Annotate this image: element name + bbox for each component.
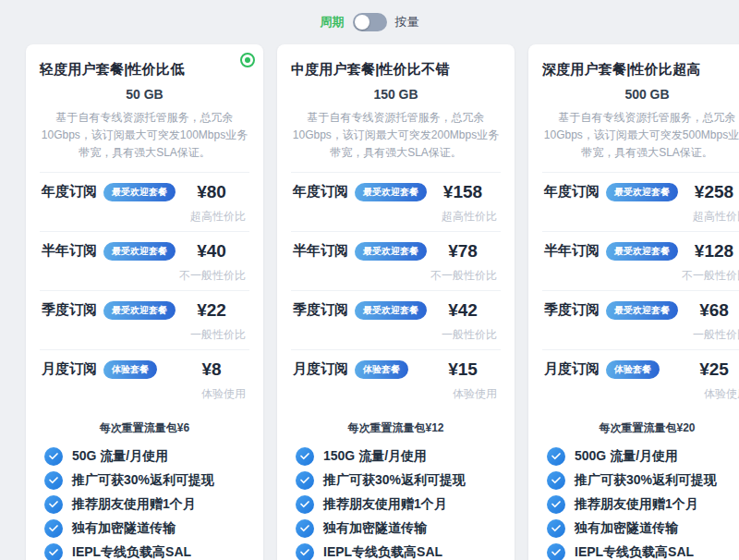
subscription-row[interactable]: 年度订阅最受欢迎套餐¥80超高性价比 [40, 172, 249, 231]
check-icon [296, 447, 314, 466]
subscription-row[interactable]: 年度订阅最受欢迎套餐¥158超高性价比 [291, 172, 501, 231]
card-title: 深度用户套餐|性价比超高 [542, 61, 739, 79]
subscription-label: 年度订阅 [293, 183, 348, 201]
check-icon [296, 543, 314, 560]
billing-mode-toggle-bar: 周期 按量 [0, 0, 739, 33]
check-icon [547, 447, 565, 466]
check-icon [44, 543, 63, 560]
subscription-label: 月度订阅 [544, 360, 600, 378]
popular-badge: 最受欢迎套餐 [605, 183, 678, 201]
check-icon [296, 495, 314, 514]
subscription-label: 月度订阅 [293, 360, 348, 378]
subscription-row[interactable]: 半年订阅最受欢迎套餐¥40不一般性价比 [40, 231, 249, 290]
billing-mode-switch[interactable] [353, 13, 387, 31]
check-icon [547, 543, 565, 560]
popular-badge: 最受欢迎套餐 [605, 301, 678, 320]
subscription-price: ¥15 [427, 359, 499, 380]
feature-text: 独有加密隧道传输 [575, 520, 678, 537]
value-note: 超高性价比 [544, 209, 739, 225]
feature-text: 推荐朋友使用赠1个月 [72, 496, 196, 513]
subscription-row[interactable]: 季度订阅最受欢迎套餐¥22一般性价比 [40, 290, 249, 349]
card-quota: 500 GB [542, 87, 739, 102]
value-note: 不一般性价比 [544, 268, 739, 284]
feature-item: 独有加密隧道传输 [547, 517, 739, 541]
subscription-row[interactable]: 年度订阅最受欢迎套餐¥258超高性价比 [542, 172, 739, 231]
value-note: 不一般性价比 [42, 268, 248, 284]
subscription-price: ¥8 [176, 359, 248, 380]
subscription-row[interactable]: 季度订阅最受欢迎套餐¥42一般性价比 [291, 290, 501, 349]
trial-badge: 体验套餐 [354, 360, 408, 379]
feature-list: 50G 流量/月使用推广可获30%返利可提现推荐朋友使用赠1个月独有加密隧道传输… [40, 444, 249, 560]
feature-item: IEPL专线负载高SAL [547, 541, 739, 560]
value-note: 不一般性价比 [293, 268, 499, 284]
subscription-row[interactable]: 月度订阅体验套餐¥8体验使用 [40, 349, 249, 408]
pricing-card: 中度用户套餐|性价比不错 150 GB 基于自有专线资源托管服务，总冗余 10G… [277, 44, 515, 560]
feature-text: 50G 流量/月使用 [72, 448, 168, 465]
toggle-label-metered[interactable]: 按量 [395, 14, 419, 30]
subscription-price: ¥25 [678, 359, 739, 380]
popular-badge: 最受欢迎套餐 [103, 242, 176, 261]
feature-list: 150G 流量/月使用推广可获30%返利可提现推荐朋友使用赠1个月独有加密隧道传… [291, 444, 501, 560]
pricing-card: 轻度用户套餐|性价比低 50 GB 基于自有专线资源托管服务，总冗余 10Gbp… [26, 44, 263, 560]
card-title: 中度用户套餐|性价比不错 [291, 61, 501, 79]
toggle-label-cycle[interactable]: 周期 [321, 14, 345, 30]
value-note: 一般性价比 [544, 327, 739, 343]
card-description: 基于自有专线资源托管服务，总冗余 10Gbps，该订阅最大可突发100Mbps业… [41, 109, 248, 163]
feature-text: 500G 流量/月使用 [575, 448, 678, 465]
feature-text: 推广可获30%返利可提现 [575, 472, 717, 489]
subscription-label: 年度订阅 [544, 183, 600, 201]
subscription-label: 月度订阅 [42, 360, 97, 378]
value-note: 体验使用 [293, 386, 499, 402]
trial-badge: 体验套餐 [103, 360, 157, 379]
feature-text: 推荐朋友使用赠1个月 [323, 496, 447, 513]
check-icon [296, 519, 314, 538]
feature-list: 500G 流量/月使用推广可获30%返利可提现推荐朋友使用赠1个月独有加密隧道传… [542, 444, 739, 560]
feature-item: 独有加密隧道传输 [44, 517, 249, 541]
subscription-price: ¥22 [176, 300, 248, 321]
subscription-label: 季度订阅 [293, 301, 348, 319]
switch-knob [355, 15, 370, 30]
pricing-card: 深度用户套餐|性价比超高 500 GB 基于自有专线资源托管服务，总冗余 10G… [528, 44, 739, 560]
subscription-row[interactable]: 半年订阅最受欢迎套餐¥128不一般性价比 [542, 231, 739, 290]
subscription-price: ¥80 [176, 182, 248, 202]
trial-badge: 体验套餐 [605, 360, 660, 379]
check-icon [44, 471, 63, 490]
subscription-label: 半年订阅 [293, 242, 348, 260]
subscription-row[interactable]: 月度订阅体验套餐¥25体验使用 [542, 349, 739, 408]
value-note: 体验使用 [544, 386, 739, 402]
check-icon [44, 447, 63, 466]
subscription-label: 年度订阅 [42, 183, 97, 201]
value-note: 超高性价比 [42, 209, 248, 225]
value-note: 体验使用 [42, 386, 248, 402]
feature-item: 50G 流量/月使用 [44, 444, 249, 469]
feature-text: 独有加密隧道传输 [323, 520, 427, 537]
feature-item: 推广可获30%返利可提现 [296, 469, 501, 493]
selected-plan-icon [240, 53, 255, 67]
check-icon [44, 495, 63, 514]
subscription-row[interactable]: 半年订阅最受欢迎套餐¥78不一般性价比 [291, 231, 501, 290]
card-quota: 150 GB [291, 87, 501, 102]
feature-text: 150G 流量/月使用 [323, 448, 427, 465]
subscription-label: 季度订阅 [544, 301, 600, 319]
reset-pack-price: 每次重置流量包¥6 [40, 420, 249, 436]
feature-text: IEPL专线负载高SAL [575, 544, 694, 560]
feature-item: IEPL专线负载高SAL [44, 541, 249, 560]
subscription-price: ¥68 [678, 300, 739, 321]
check-icon [547, 519, 565, 538]
feature-text: 推广可获30%返利可提现 [323, 472, 466, 489]
reset-pack-price: 每次重置流量包¥20 [542, 420, 739, 436]
card-description: 基于自有专线资源托管服务，总冗余 10Gbps，该订阅最大可突发500Mbps业… [543, 109, 739, 163]
subscription-label: 半年订阅 [42, 242, 97, 260]
feature-text: 推广可获30%返利可提现 [72, 472, 214, 489]
subscription-row[interactable]: 季度订阅最受欢迎套餐¥68一般性价比 [542, 290, 739, 349]
subscription-price: ¥42 [427, 300, 499, 321]
feature-item: 推荐朋友使用赠1个月 [44, 493, 249, 517]
feature-text: 推荐朋友使用赠1个月 [575, 496, 698, 513]
subscription-row[interactable]: 月度订阅体验套餐¥15体验使用 [291, 349, 501, 408]
check-icon [547, 471, 565, 490]
pricing-rows: 年度订阅最受欢迎套餐¥258超高性价比半年订阅最受欢迎套餐¥128不一般性价比季… [542, 172, 739, 408]
subscription-price: ¥40 [176, 241, 248, 262]
check-icon [547, 495, 565, 514]
subscription-price: ¥128 [678, 241, 739, 262]
value-note: 一般性价比 [293, 327, 499, 343]
